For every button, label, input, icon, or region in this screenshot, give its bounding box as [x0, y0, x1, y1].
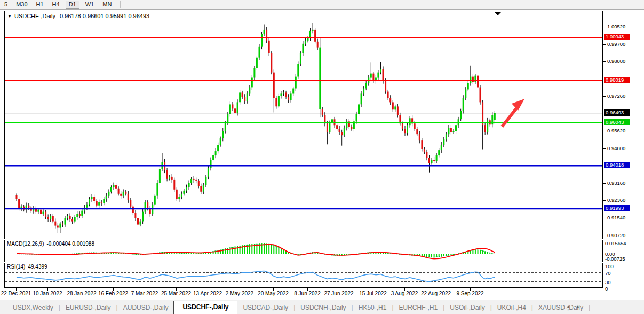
symbol-tab-bar: USDX,Weekly|EURUSD-,Daily|AUDUSD-,DailyU…: [0, 300, 644, 314]
timeframe-button-W1[interactable]: W1: [83, 1, 97, 9]
tab-usdchf-daily[interactable]: USDCHF-,Daily: [173, 301, 237, 314]
tab-eurusd-daily[interactable]: EURUSD-,Daily: [60, 302, 116, 314]
price-tick-mark: [603, 183, 606, 184]
timeframe-button-H1[interactable]: H1: [34, 1, 46, 9]
date-tick-label: 8 Jun 2022: [294, 291, 321, 296]
macd-scale-label: 0.015654: [605, 240, 626, 246]
rsi-pane[interactable]: [4, 263, 603, 288]
tab-ukoil-h4[interactable]: UKOil-,H4: [492, 302, 531, 314]
timeframe-button-M30[interactable]: M30: [13, 1, 30, 9]
chart-title-symbol: USDCHF-,Daily: [14, 13, 55, 19]
macd-label: MACD(12,26,9)-0.000404 0.001988: [7, 241, 97, 247]
price-tick-label: 0.90720: [607, 232, 625, 238]
timeframe-button-5[interactable]: 5: [2, 1, 10, 9]
price-tick-label: 1.00520: [607, 23, 625, 29]
price-tick-label: 0.93160: [607, 180, 625, 186]
chart-shift-marker[interactable]: [494, 12, 502, 15]
chart-title: ▼USDCHF-,Daily0.96178 0.96601 0.95991 0.…: [7, 13, 149, 19]
tab-scroll-right-icon[interactable]: ►: [576, 304, 584, 309]
date-tick-label: 7 Mar 2022: [131, 291, 158, 296]
price-level-badge: 1.00043: [604, 34, 630, 40]
price-tick-mark: [603, 44, 606, 45]
date-tick-label: 15 Jul 2022: [359, 291, 387, 296]
price-tick-mark: [603, 96, 606, 97]
price-tick-label: 0.91540: [607, 215, 625, 221]
price-level-badge: 0.96493: [604, 109, 630, 116]
price-tick-mark: [603, 236, 606, 236]
date-tick-label: 25 Mar 2022: [161, 291, 191, 296]
price-tick-label: 0.98880: [607, 58, 625, 64]
price-level-badge: 0.98019: [604, 77, 630, 83]
tab-usdx-weekly[interactable]: USDX,Weekly: [7, 302, 59, 314]
date-tick-label: 28 Jan 2022: [67, 291, 96, 296]
price-tick-mark: [603, 200, 606, 201]
symbol-dropdown-icon[interactable]: ▼: [7, 14, 12, 19]
price-tick-label: 0.94800: [607, 145, 625, 151]
date-tick-label: 22 Dec 2021: [1, 291, 31, 296]
tab-usdcnh-daily[interactable]: USDCNH-,Daily: [295, 302, 351, 314]
price-tick-label: 0.92360: [607, 197, 625, 203]
rsi-label: RSI(14)49.4399: [7, 264, 50, 270]
date-tick-label: 10 Jan 2022: [33, 291, 62, 296]
horizontal-level-lines[interactable]: [5, 37, 602, 209]
price-tick-label: 0.97260: [607, 93, 625, 99]
timeframe-button-MN[interactable]: MN: [100, 1, 114, 9]
tab-scroll-left-icon[interactable]: ◄: [566, 304, 573, 309]
timeframe-toolbar: 5M30H1H4D1W1MN: [0, 0, 644, 10]
price-level-badge: 0.91993: [604, 205, 630, 211]
price-tick-mark: [603, 131, 606, 131]
rsi-scale-label: 30: [605, 279, 611, 285]
tab-audusd-daily[interactable]: AUDUSD-,Daily: [118, 302, 174, 314]
price-tick-mark: [603, 27, 606, 27]
toolbar-separator: [120, 1, 121, 8]
rsi-scale-label: 0: [605, 286, 608, 292]
main-chart-pane[interactable]: [4, 11, 603, 239]
chart-title-ohlc: 0.96178 0.96601 0.95991 0.96493: [60, 13, 149, 19]
timeframe-button-D1[interactable]: D1: [66, 1, 79, 9]
price-tick-mark: [603, 148, 606, 149]
rsi-scale-label: 70: [605, 270, 611, 276]
price-level-badge: 0.94018: [604, 162, 630, 168]
date-tick-label: 3 Aug 2022: [391, 291, 418, 296]
date-tick-label: 13 Apr 2022: [193, 291, 222, 296]
macd-scale-label: -0.00725: [605, 256, 625, 262]
timeframe-button-H4[interactable]: H4: [50, 1, 62, 9]
tab-hk50-h1[interactable]: HK50-,H1: [353, 302, 392, 314]
rsi-scale-label: 100: [605, 263, 614, 269]
tab-usoil-daily[interactable]: USOil-,Daily: [444, 302, 490, 314]
date-tick-label: 27 Jun 2022: [324, 291, 353, 296]
candlestick-series: [16, 23, 496, 233]
chart-window: 5M30H1H4D1W1MN ▼USDCHF-,Daily0.96178 0.9…: [0, 0, 644, 314]
price-tick-mark: [603, 61, 606, 62]
price-tick-label: 0.99700: [607, 41, 625, 47]
price-tick-label: 0.95620: [607, 128, 625, 134]
price-tick-mark: [603, 218, 606, 218]
tab-eurchf-h1[interactable]: EURCHF-,H1: [394, 302, 443, 314]
tab-usdcad-daily[interactable]: USDCAD-,Daily: [237, 302, 293, 314]
date-tick-label: 22 Aug 2022: [421, 291, 451, 296]
date-tick-label: 20 May 2022: [258, 291, 289, 296]
tab-separator: |: [589, 304, 590, 314]
date-tick-label: 9 Sep 2022: [456, 291, 483, 296]
price-level-badge: 0.96043: [604, 119, 630, 125]
date-tick-label: 16 Feb 2022: [98, 291, 128, 296]
date-tick-label: 2 May 2022: [226, 291, 253, 296]
